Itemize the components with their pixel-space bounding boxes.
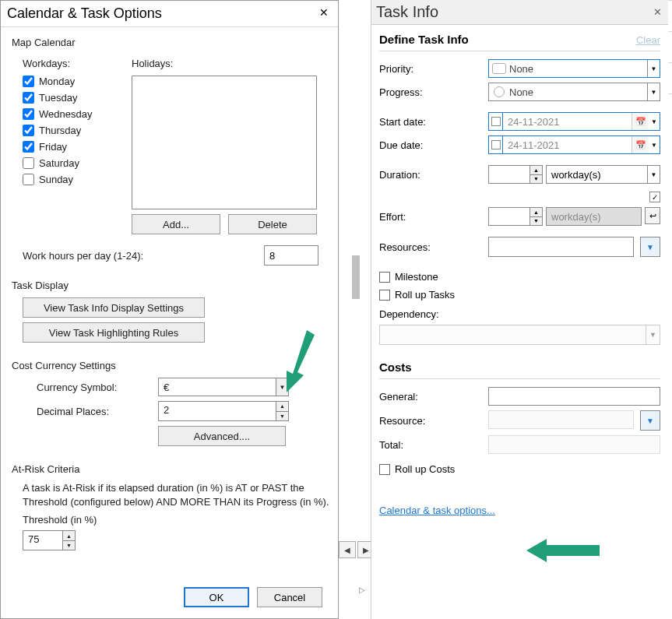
workday-thursday-checkbox[interactable] — [23, 125, 34, 136]
currency-symbol-value: € — [159, 380, 276, 395]
spin-down-icon[interactable]: ▼ — [63, 541, 75, 550]
duration-label: Duration: — [379, 169, 488, 181]
chevron-down-icon[interactable]: ▼ — [649, 118, 660, 125]
progress-value: None — [509, 86, 647, 98]
duration-unit-value: workday(s) — [547, 169, 647, 181]
panel-titlebar: Task Info ✕ — [371, 0, 668, 25]
start-date-enable-checkbox[interactable] — [491, 117, 501, 126]
cost-currency-label: Cost Currency Settings — [12, 360, 330, 371]
general-cost-input[interactable] — [488, 387, 660, 406]
work-hours-label: Work hours per day (1-24): — [23, 250, 264, 262]
threshold-value: 75 — [23, 531, 62, 550]
start-date-label: Start date: — [379, 116, 488, 128]
spin-down-icon[interactable]: ▼ — [530, 217, 542, 226]
chevron-down-icon: ▼ — [647, 166, 660, 183]
view-task-info-settings-button[interactable]: View Task Info Display Settings — [23, 297, 205, 318]
close-icon[interactable]: ✕ — [316, 6, 332, 22]
resource-cost-label: Resource: — [379, 415, 488, 427]
holidays-listbox[interactable] — [132, 76, 317, 209]
effort-unit-select[interactable]: workday(s) — [546, 207, 642, 226]
duration-spinner[interactable]: ▲▼ — [488, 165, 543, 184]
workday-tuesday-checkbox[interactable] — [23, 92, 34, 104]
chevron-down-icon: ▼ — [646, 325, 660, 344]
dependency-select[interactable]: ▼ — [379, 325, 660, 345]
due-date-enable-checkbox[interactable] — [491, 140, 501, 149]
spin-down-icon[interactable]: ▼ — [530, 175, 542, 184]
view-task-highlighting-button[interactable]: View Task Highlighting Rules — [23, 322, 205, 343]
spin-up-icon[interactable]: ▲ — [276, 402, 288, 412]
resources-input[interactable] — [488, 237, 634, 257]
progress-circle-icon — [494, 86, 505, 97]
workday-label: Friday — [39, 141, 67, 153]
threshold-label: Threshold (in %) — [23, 514, 330, 526]
work-hours-input[interactable] — [264, 245, 318, 266]
due-date-input[interactable]: 24-11-2021 📅 ▼ — [488, 135, 660, 154]
workday-saturday-checkbox[interactable] — [23, 157, 34, 169]
workday-friday-checkbox[interactable] — [23, 141, 34, 153]
effort-reset-button[interactable]: ↩ — [645, 207, 660, 224]
priority-flag-icon — [492, 63, 506, 74]
splitter-gutter: ◀ ▶ ▷ — [339, 0, 370, 619]
milestone-checkbox[interactable] — [379, 272, 390, 283]
decimal-places-spinner[interactable]: 2 ▲▼ — [158, 401, 289, 421]
workday-monday-checkbox[interactable] — [23, 76, 34, 87]
rollup-costs-checkbox[interactable] — [379, 464, 390, 475]
workday-sunday-checkbox[interactable] — [23, 174, 34, 185]
priority-value: None — [509, 63, 647, 75]
progress-label: Progress: — [379, 86, 488, 98]
atrisk-description: A task is At-Risk if its elapsed duratio… — [23, 481, 330, 509]
threshold-spinner[interactable]: 75 ▲▼ — [23, 530, 76, 550]
chevron-down-icon[interactable]: ▼ — [649, 142, 660, 149]
effort-spinner[interactable]: ▲▼ — [488, 207, 543, 226]
spin-down-icon[interactable]: ▼ — [276, 412, 288, 421]
clear-link[interactable]: Clear — [636, 34, 660, 46]
nav-prev-button[interactable]: ◀ — [339, 541, 356, 558]
workday-wednesday-checkbox[interactable] — [23, 108, 34, 120]
spin-up-icon[interactable]: ▲ — [63, 531, 75, 541]
decimal-places-value: 2 — [159, 402, 276, 420]
calendar-task-options-link[interactable]: Calendar & task options... — [379, 505, 495, 516]
start-date-input[interactable]: 24-11-2021 📅 ▼ — [488, 112, 660, 131]
task-display-label: Task Display — [12, 280, 330, 291]
workday-label: Wednesday — [39, 108, 92, 120]
start-date-value: 24-11-2021 — [503, 116, 632, 128]
close-icon[interactable]: ✕ — [651, 6, 663, 19]
delete-holiday-button[interactable]: Delete — [228, 214, 317, 234]
ok-button[interactable]: OK — [184, 587, 249, 607]
workday-label: Sunday — [39, 174, 73, 185]
priority-select[interactable]: None ▼ — [488, 59, 660, 78]
rollup-costs-label: Roll up Costs — [395, 463, 455, 475]
due-date-value: 24-11-2021 — [503, 139, 632, 151]
calendar-icon[interactable]: 📅 — [632, 136, 649, 153]
panel-title: Task Info — [376, 3, 438, 21]
currency-symbol-label: Currency Symbol: — [37, 382, 158, 393]
workdays-label: Workdays: — [23, 58, 132, 69]
duration-unit-select[interactable]: workday(s) ▼ — [546, 165, 660, 184]
add-holiday-button[interactable]: Add... — [132, 214, 220, 234]
duration-aux-checkbox[interactable]: ✓ — [649, 192, 660, 202]
rollup-tasks-checkbox[interactable] — [379, 290, 390, 301]
advanced-button[interactable]: Advanced.... — [158, 426, 286, 446]
chevron-down-icon: ▼ — [647, 83, 660, 100]
progress-select[interactable]: None ▼ — [488, 83, 660, 101]
chevron-down-icon: ▼ — [276, 378, 288, 396]
resources-label: Resources: — [379, 241, 488, 253]
currency-symbol-select[interactable]: € ▼ — [158, 378, 289, 396]
resource-cost-input — [488, 410, 634, 429]
calendar-icon[interactable]: 📅 — [632, 113, 649, 130]
define-task-info-heading: Define Task Info — [379, 33, 469, 46]
due-date-label: Due date: — [379, 139, 488, 151]
general-cost-label: General: — [379, 391, 488, 403]
spin-up-icon[interactable]: ▲ — [530, 208, 542, 217]
cancel-button[interactable]: Cancel — [257, 587, 322, 607]
splitter-handle[interactable] — [352, 255, 360, 299]
expand-icon[interactable]: ▷ — [357, 582, 367, 596]
atrisk-criteria-label: At-Risk Criteria — [12, 463, 330, 475]
resource-cost-dropdown-button[interactable]: ▼ — [640, 410, 660, 431]
total-cost-label: Total: — [379, 439, 488, 451]
workday-label: Monday — [39, 76, 75, 87]
dialog-body: Map Calendar Workdays: Monday Tuesday We… — [1, 27, 338, 558]
holidays-label: Holidays: — [132, 58, 330, 69]
resources-dropdown-button[interactable]: ▼ — [640, 237, 660, 257]
spin-up-icon[interactable]: ▲ — [530, 166, 542, 175]
